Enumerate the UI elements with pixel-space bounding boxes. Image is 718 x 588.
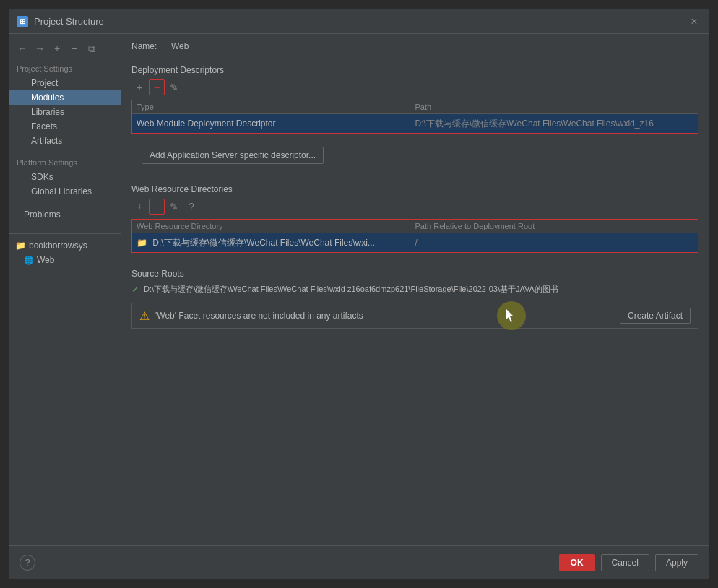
dep-add-button[interactable]: + [131,79,147,95]
create-artifact-button[interactable]: Create Artifact [620,308,691,324]
sidebar-item-libraries[interactable]: Libraries [9,105,121,119]
deployment-toolbar: + − ✎ [121,78,709,97]
sidebar-item-project[interactable]: Project [9,76,121,90]
wr-remove-button[interactable]: − [149,199,165,215]
sidebar-item-global-libraries[interactable]: Global Libraries [9,184,121,199]
main-content: Name: Web Deployment Descriptors + − ✎ T… [121,34,709,545]
platform-settings-label[interactable]: Platform Settings [9,155,121,170]
source-roots-section: Source Roots ✓ D:\下载与缓存\微信缓存\WeChat File… [121,263,709,297]
deployment-table: Type Path Web Module Deployment Descript… [131,100,698,134]
name-row: Name: Web [121,34,709,59]
web-resource-section: Web Resource Directories + − ✎ ? Web Res… [121,178,709,256]
wr-question-button[interactable]: ? [183,199,199,215]
sidebar-item-problems[interactable]: Problems [9,207,121,222]
close-button[interactable]: × [687,14,701,29]
project-structure-dialog: ⊞ Project Structure × ← → + − ⧉ Project … [9,9,709,579]
tree-item-project[interactable]: 📁 bookborrowsys [9,238,121,253]
add-descriptor-button[interactable]: Add Application Server specific descript… [142,147,324,164]
source-root-item: ✓ D:\下载与缓存\微信缓存\WeChat Files\WeChat File… [131,282,698,297]
sidebar-toolbar: ← → + − ⧉ [9,38,121,59]
warning-left: ⚠ 'Web' Facet resources are not included… [139,309,363,323]
deployment-table-header: Type Path [132,100,698,114]
web-resource-title: Web Resource Directories [121,178,709,197]
cancel-button[interactable]: Cancel [601,554,649,571]
wr-rel-cell: / [415,238,694,248]
project-name: bookborrowsys [29,241,87,251]
wr-add-button[interactable]: + [131,199,147,215]
bottom-bar: ? OK Cancel Apply [9,545,709,579]
wr-header-dir: Web Resource Directory [137,222,415,230]
sidebar-remove-button[interactable]: − [67,41,82,56]
name-value: Web [171,41,189,51]
module-name: Web [37,255,54,265]
wr-dir-cell: 📁 D:\下载与缓存\微信缓存\WeChat Files\WeChat File… [137,237,415,249]
dep-edit-button[interactable]: ✎ [166,79,182,95]
sidebar-item-artifacts[interactable]: Artifacts [9,134,121,148]
title-bar: ⊞ Project Structure × [9,9,709,34]
sidebar-copy-button[interactable]: ⧉ [85,41,99,56]
nav-forward-button[interactable]: → [33,41,47,56]
sidebar-item-modules[interactable]: Modules [9,90,121,105]
ok-button[interactable]: OK [559,554,595,571]
sidebar-add-button[interactable]: + [50,41,64,56]
sidebar-item-sdks[interactable]: SDKs [9,170,121,184]
sidebar: ← → + − ⧉ Project Settings Project Modul… [9,34,121,545]
project-settings-label[interactable]: Project Settings [9,61,121,76]
wr-header-rel: Path Relative to Deployment Root [415,222,694,230]
name-label: Name: [131,41,164,51]
dialog-body: ← → + − ⧉ Project Settings Project Modul… [9,34,709,545]
dep-header-path: Path [415,103,694,111]
folder-icon: 📁 [15,241,26,251]
title-bar-left: ⊞ Project Structure [17,16,104,27]
check-icon: ✓ [131,284,139,295]
deployment-descriptors-title: Deployment Descriptors [121,59,709,78]
wr-table-row[interactable]: 📁 D:\下载与缓存\微信缓存\WeChat Files\WeChat File… [132,233,698,252]
dep-header-type: Type [137,103,415,111]
web-icon: 🌐 [24,256,34,265]
warning-text: 'Web' Facet resources are not included i… [155,311,363,321]
dep-remove-button[interactable]: − [149,79,165,95]
dep-table-row[interactable]: Web Module Deployment Descriptor D:\下载与缓… [132,114,698,133]
dialog-buttons: OK Cancel Apply [559,554,698,571]
help-button[interactable]: ? [20,555,35,571]
web-resource-toolbar: + − ✎ ? [121,197,709,216]
dialog-title: Project Structure [34,16,104,27]
source-roots-title: Source Roots [131,263,698,282]
warning-icon: ⚠ [139,309,150,323]
wr-table-header: Web Resource Directory Path Relative to … [132,220,698,233]
dep-path-cell: D:\下载与缓存\微信缓存\WeChat Files\WeChat Files\… [415,118,694,130]
warning-bar: ⚠ 'Web' Facet resources are not included… [131,303,698,329]
sidebar-item-facets[interactable]: Facets [9,119,121,134]
nav-back-button[interactable]: ← [15,41,30,56]
wr-edit-button[interactable]: ✎ [166,199,182,215]
web-resource-table: Web Resource Directory Path Relative to … [131,219,698,253]
source-root-path: D:\下载与缓存\微信缓存\WeChat Files\WeChat Files\… [144,284,558,295]
apply-button[interactable]: Apply [655,554,698,571]
tree-item-module[interactable]: 🌐 Web [9,253,121,267]
dep-type-cell: Web Module Deployment Descriptor [137,118,415,129]
folder-icon: 📁 [137,238,147,248]
app-icon: ⊞ [17,16,28,27]
